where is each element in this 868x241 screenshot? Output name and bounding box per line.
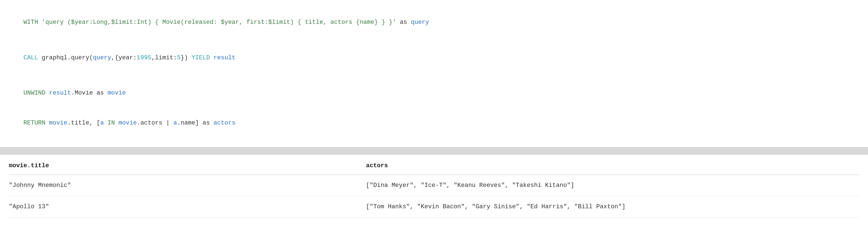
col-header-title: movie.title — [9, 155, 366, 175]
query-string: 'query ($year:Long,$limit:Int) { Movie(r… — [42, 19, 396, 26]
a-var: a — [100, 119, 104, 127]
row-1-title: "Johnny Mnemonic" — [9, 175, 366, 196]
table-body: "Johnny Mnemonic" ["Dina Meyer", "Ice-T"… — [9, 175, 859, 217]
keyword-in: IN — [107, 119, 119, 127]
spacer-2 — [9, 73, 859, 78]
limit-label: ,limit: — [151, 54, 177, 61]
code-line-4: RETURN movie.title, [a IN movie.actors |… — [9, 108, 859, 138]
actors-alias: actors — [213, 119, 235, 127]
params-close: }) — [181, 54, 192, 61]
table-row: "Johnny Mnemonic" ["Dina Meyer", "Ice-T"… — [9, 175, 859, 196]
results-section: movie.title actors "Johnny Mnemonic" ["D… — [0, 155, 868, 217]
as-keyword-3: as — [203, 119, 214, 127]
query-var: query — [411, 19, 429, 26]
spacer-1 — [9, 38, 859, 43]
result-var: result — [213, 54, 235, 61]
keyword-yield: YIELD — [191, 54, 213, 61]
code-line-2: CALL graphql.query(query,{year:1995,limi… — [9, 43, 859, 73]
code-line-3: UNWIND result.Movie as movie — [9, 79, 859, 108]
keyword-unwind: UNWIND — [24, 89, 49, 97]
keyword-call: CALL — [24, 54, 42, 61]
header-row: movie.title actors — [9, 155, 859, 175]
movie-ref-2: movie — [119, 119, 137, 127]
limit-value: 5 — [177, 54, 181, 61]
query-ref: query — [93, 54, 111, 61]
divider — [0, 147, 868, 155]
a-var-2: a — [173, 119, 177, 127]
keyword-return: RETURN — [24, 119, 49, 127]
as-keyword-1: as — [396, 19, 411, 26]
space-1 — [104, 119, 107, 127]
code-line-1: WITH 'query ($year:Long,$limit:Int) { Mo… — [9, 8, 859, 37]
year-value: 1995 — [137, 54, 151, 61]
movie-ref-1: movie — [49, 119, 67, 127]
result-ref: result — [49, 89, 71, 97]
col-header-actors: actors — [366, 155, 859, 175]
table-header: movie.title actors — [9, 155, 859, 175]
results-table: movie.title actors "Johnny Mnemonic" ["D… — [9, 155, 859, 217]
code-section: WITH 'query ($year:Long,$limit:Int) { Mo… — [0, 0, 868, 147]
row-2-title: "Apollo 13" — [9, 196, 366, 217]
row-2-actors: ["Tom Hanks", "Kevin Bacon", "Gary Sinis… — [366, 196, 859, 217]
fn-name: graphql.query( — [42, 54, 93, 61]
movie-var: movie — [107, 89, 126, 97]
movie-path: .Movie — [71, 89, 96, 97]
row-1-actors: ["Dina Meyer", "Ice-T", "Keanu Reeves", … — [366, 175, 859, 196]
table-row: "Apollo 13" ["Tom Hanks", "Kevin Bacon",… — [9, 196, 859, 217]
params-open: ,{year: — [111, 54, 137, 61]
as-keyword-2: as — [97, 89, 108, 97]
actors-field: .actors | — [137, 119, 173, 127]
keyword-with: WITH — [24, 19, 42, 26]
name-field: .name] — [177, 119, 202, 127]
title-field: .title, [ — [67, 119, 100, 127]
